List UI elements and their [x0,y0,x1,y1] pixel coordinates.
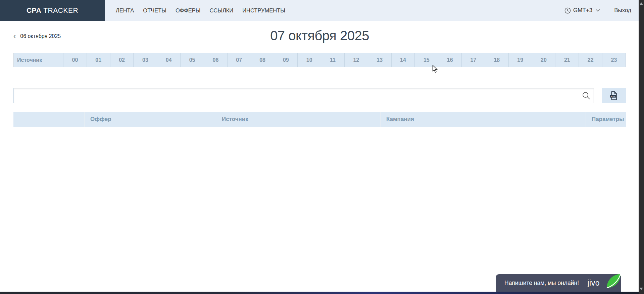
top-right-group: GMT+3 Выход [564,0,644,21]
search-field-wrap [13,88,594,103]
scroll-up-arrow-icon[interactable] [640,2,643,5]
hour-header-19: 19 [508,53,532,67]
hour-header-20: 20 [532,53,555,67]
bottom-page-strip [0,292,644,294]
page-title: 07 октября 2025 [13,28,626,43]
hour-header-7: 07 [227,53,251,67]
hour-header-11: 11 [321,53,344,67]
hour-header-12: 12 [344,53,368,67]
jivo-leaf-icon [606,274,621,288]
date-navigation-row: ‹ 06 октября 2025 07 октября 2025 [13,21,626,53]
hour-header-8: 08 [251,53,274,67]
scroll-down-arrow-icon[interactable] [640,288,643,290]
clock-icon [564,7,571,14]
hours-source-header: Источник [14,53,63,67]
hour-header-2: 02 [110,53,134,67]
hour-header-16: 16 [438,53,461,67]
brand-logo[interactable]: CPA TRACKER [0,0,105,21]
hour-header-3: 03 [133,53,157,67]
top-bar: CPA TRACKER ЛЕНТАОТЧЕТЫОФФЕРЫССЫЛКИИНСТР… [0,0,644,21]
jivo-logo: jivo [587,279,600,288]
hour-header-18: 18 [485,53,508,67]
hour-header-13: 13 [368,53,391,67]
hour-header-9: 09 [274,53,297,67]
hours-cells: 0001020304050607080910111213141516171819… [63,53,626,67]
export-xlsx-button[interactable]: XLSX [602,88,626,103]
data-table-header: ОфферИсточникКампанияПараметры [13,112,626,127]
search-row: XLSX [13,88,626,103]
table-columns: ОфферИсточникКампанияПараметры [84,112,626,127]
nav-item-4[interactable]: ИНСТРУМЕНТЫ [242,7,285,14]
hour-header-10: 10 [297,53,321,67]
nav-item-1[interactable]: ОТЧЕТЫ [143,7,166,14]
svg-text:XLSX: XLSX [610,95,615,97]
scrollbar[interactable] [639,0,644,294]
hour-header-17: 17 [461,53,485,67]
hour-header-15: 15 [414,53,438,67]
brand-tracker: TRACKER [43,6,78,14]
search-icon[interactable] [582,91,590,100]
nav-item-3[interactable]: ССЫЛКИ [209,7,233,14]
table-column-header-3: Параметры [586,112,626,127]
hours-header-row: Источник 0001020304050607080910111213141… [13,53,626,67]
brand-cpa: CPA [27,6,41,14]
search-input[interactable] [13,88,594,103]
hour-header-1: 01 [87,53,110,67]
nav-item-2[interactable]: ОФФЕРЫ [176,7,201,14]
main-content: ‹ 06 октября 2025 07 октября 2025 Источн… [13,21,626,127]
hour-header-5: 05 [180,53,204,67]
hour-header-6: 06 [204,53,227,67]
table-corner-cell [13,112,84,127]
chat-widget[interactable]: Напишите нам, мы онлайн! jivo [496,274,621,294]
logout-button[interactable]: Выход [614,7,631,14]
chevron-down-icon [596,9,600,12]
timezone-label: GMT+3 [573,7,592,14]
hour-header-0: 00 [63,53,87,67]
hour-header-21: 21 [555,53,579,67]
table-column-header-2: Кампания [380,112,586,127]
table-column-header-0: Оффер [84,112,216,127]
chat-message: Напишите нам, мы онлайн! [504,280,579,287]
hour-header-23: 23 [602,53,626,67]
main-nav: ЛЕНТАОТЧЕТЫОФФЕРЫССЫЛКИИНСТРУМЕНТЫ [116,0,294,21]
hour-header-14: 14 [391,53,415,67]
nav-item-0[interactable]: ЛЕНТА [116,7,134,14]
hour-header-22: 22 [579,53,602,67]
hour-header-4: 04 [157,53,180,67]
xlsx-file-icon: XLSX [610,91,618,100]
table-column-header-1: Источник [216,112,380,127]
timezone-selector[interactable]: GMT+3 [564,7,600,14]
